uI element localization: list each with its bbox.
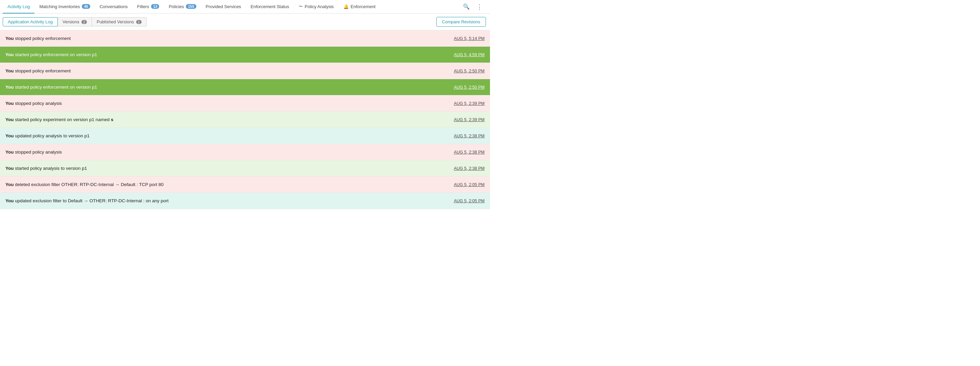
log-row: You stopped policy enforcementAUG 5, 2:5…	[0, 63, 490, 79]
log-row: You started policy experiment on version…	[0, 112, 490, 128]
log-row-text: You updated policy analysis to version p…	[5, 133, 449, 138]
log-row-text: You started policy enforcement on versio…	[5, 85, 449, 90]
log-row-timestamp[interactable]: AUG 5, 2:50 PM	[454, 69, 485, 74]
log-row: You updated exclusion filter to Default …	[0, 193, 490, 209]
log-row-timestamp[interactable]: AUG 5, 2:05 PM	[454, 182, 485, 187]
subtab-application-activity-log-label: Application Activity Log	[8, 19, 53, 24]
log-row-timestamp[interactable]: AUG 5, 2:38 PM	[454, 134, 485, 138]
tab-matching-inventories[interactable]: Matching Inventories 46	[35, 0, 95, 14]
subtab-versions-label: Versions	[62, 19, 80, 24]
compare-revisions-button[interactable]: Compare Revisions	[436, 17, 486, 27]
tab-enforcement-status[interactable]: Enforcement Status	[246, 0, 294, 14]
log-row-text: You stopped policy enforcement	[5, 36, 449, 41]
log-row-text: You started policy enforcement on versio…	[5, 52, 449, 57]
log-row-timestamp[interactable]: AUG 5, 2:39 PM	[454, 117, 485, 122]
tab-provided-services[interactable]: Provided Services	[201, 0, 246, 14]
search-icon: 🔍	[463, 4, 470, 10]
tab-policies-badge: 155	[186, 4, 196, 9]
log-row-timestamp[interactable]: AUG 5, 2:50 PM	[454, 85, 485, 90]
log-row-text: You started policy experiment on version…	[5, 117, 449, 122]
top-nav-tabs: Activity Log Matching Inventories 46 Con…	[3, 0, 461, 13]
tab-matching-inventories-label: Matching Inventories	[39, 4, 80, 9]
tab-filters[interactable]: Filters 13	[132, 0, 164, 14]
log-row-timestamp[interactable]: AUG 5, 4:59 PM	[454, 53, 485, 57]
log-row: You stopped policy enforcementAUG 5, 5:1…	[0, 30, 490, 47]
tab-policies[interactable]: Policies 155	[164, 0, 201, 14]
log-row: You stopped policy analysisAUG 5, 2:39 P…	[0, 95, 490, 112]
tab-enforcement-label: Enforcement	[351, 4, 376, 9]
log-row-timestamp[interactable]: AUG 5, 2:38 PM	[454, 166, 485, 171]
tab-filters-badge: 13	[151, 4, 159, 9]
log-row-text: You updated exclusion filter to Default …	[5, 198, 449, 203]
tab-enforcement-status-label: Enforcement Status	[250, 4, 289, 9]
log-row-timestamp[interactable]: AUG 5, 2:39 PM	[454, 101, 485, 106]
compare-revisions-label: Compare Revisions	[442, 19, 480, 24]
tab-provided-services-label: Provided Services	[206, 4, 241, 9]
log-row-timestamp[interactable]: AUG 5, 5:14 PM	[454, 36, 485, 41]
log-row-text: You stopped policy analysis	[5, 150, 449, 155]
tab-activity-log[interactable]: Activity Log	[3, 0, 35, 14]
log-row-text: You stopped policy analysis	[5, 101, 449, 106]
top-navigation: Activity Log Matching Inventories 46 Con…	[0, 0, 490, 14]
tab-enforcement[interactable]: 🔔 Enforcement	[339, 0, 380, 14]
log-row: You started policy analysis to version p…	[0, 160, 490, 177]
subtab-published-versions[interactable]: Published Versions 1	[92, 17, 147, 26]
activity-log-container: You stopped policy enforcementAUG 5, 5:1…	[0, 30, 490, 209]
tab-policies-label: Policies	[169, 4, 184, 9]
tab-filters-label: Filters	[137, 4, 149, 9]
search-button[interactable]: 🔍	[461, 2, 471, 11]
subtab-application-activity-log[interactable]: Application Activity Log	[3, 17, 58, 26]
log-row: You stopped policy analysisAUG 5, 2:38 P…	[0, 144, 490, 160]
top-nav-right-actions: 🔍 ⋮	[461, 2, 487, 12]
tab-policy-analysis[interactable]: 〜 Policy Analysis	[294, 0, 339, 14]
tab-matching-inventories-badge: 46	[82, 4, 90, 9]
log-row: You started policy enforcement on versio…	[0, 47, 490, 63]
subtab-versions[interactable]: Versions 2	[58, 17, 92, 26]
sub-navigation: Application Activity Log Versions 2 Publ…	[0, 14, 490, 30]
subtab-versions-badge: 2	[81, 20, 87, 24]
enforcement-icon: 🔔	[343, 4, 349, 9]
subtab-published-versions-label: Published Versions	[97, 19, 134, 24]
log-row: You deleted exclusion filter OTHER: RTP-…	[0, 177, 490, 193]
log-row: You updated policy analysis to version p…	[0, 128, 490, 144]
sub-nav-tabs: Application Activity Log Versions 2 Publ…	[3, 17, 147, 26]
more-options-icon: ⋮	[476, 3, 483, 10]
more-options-button[interactable]: ⋮	[475, 2, 485, 12]
tab-activity-log-label: Activity Log	[8, 4, 30, 9]
log-row: You started policy enforcement on versio…	[0, 79, 490, 95]
tab-conversations-label: Conversations	[100, 4, 128, 9]
tab-conversations[interactable]: Conversations	[95, 0, 132, 14]
log-row-timestamp[interactable]: AUG 5, 2:38 PM	[454, 150, 485, 155]
tab-policy-analysis-label: Policy Analysis	[305, 4, 334, 9]
log-row-text: You started policy analysis to version p…	[5, 166, 449, 171]
log-row-text: You stopped policy enforcement	[5, 68, 449, 74]
log-row-timestamp[interactable]: AUG 5, 2:05 PM	[454, 198, 485, 203]
policy-analysis-icon: 〜	[299, 4, 303, 10]
subtab-published-versions-badge: 1	[136, 20, 142, 24]
log-row-text: You deleted exclusion filter OTHER: RTP-…	[5, 182, 449, 187]
